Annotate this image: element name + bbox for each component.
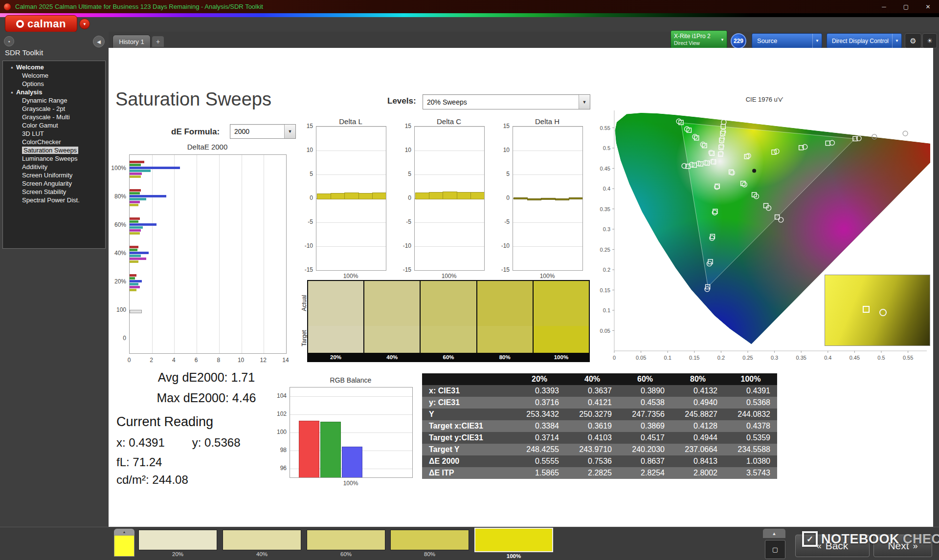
pattern-color-swatch	[114, 535, 134, 557]
delta-h-x-label: 100%	[513, 273, 582, 280]
layout-tree: ▲WelcomeWelcomeOptions▲AnalysisDynamic R…	[2, 61, 106, 249]
table-row: Y253.3432250.3279247.7356245.8827244.083…	[422, 409, 777, 420]
current-x: x: 0.4391	[116, 436, 165, 449]
table-value-cell: 248.4255	[513, 444, 566, 455]
inset-target-marker	[863, 306, 870, 313]
close-button[interactable]: ✕	[917, 0, 939, 13]
pattern-window-light-button[interactable]: ☀	[922, 33, 937, 48]
deltae-bar	[130, 164, 141, 166]
sidebar-item-label: Saturation Sweeps	[22, 147, 78, 154]
back-label: Back	[826, 540, 849, 552]
table-value-cell: 0.3384	[513, 420, 566, 432]
tab-history-1[interactable]: History 1	[112, 35, 151, 48]
deltae-bar	[130, 258, 146, 260]
minimize-button[interactable]: ─	[873, 0, 895, 13]
title-bar: Calman 2025 Calman Ultimate for Business…	[0, 0, 939, 13]
svg-text:0.45: 0.45	[850, 355, 860, 361]
pattern-swatch-color	[307, 530, 385, 550]
sidebar-item-welcome[interactable]: Welcome	[3, 71, 105, 80]
sidebar-item-screen-stability[interactable]: Screen Stability	[3, 188, 105, 196]
sidebar-item-saturation-sweeps[interactable]: Saturation Sweeps	[3, 146, 105, 154]
sidebar-item-color-gamut[interactable]: Color Gamut	[3, 121, 105, 129]
delta-h-chart	[513, 126, 583, 271]
settings-gear-button[interactable]: ⚙	[905, 33, 921, 48]
avg-de2000: Avg dE2000: 1.71	[118, 370, 294, 385]
deltae-chart-title: DeltaE 2000	[129, 143, 286, 151]
display-control-dropdown[interactable]: Direct Display Control ▼	[827, 33, 902, 48]
delta_l-bar	[358, 193, 373, 199]
deltae-bar	[130, 255, 141, 257]
chevron-up-icon: ▲	[114, 529, 134, 535]
source-dropdown[interactable]: Source ▼	[752, 33, 822, 48]
table-value-cell: 0.3716	[513, 397, 566, 409]
meter-count-badge[interactable]: 229	[731, 33, 746, 49]
deltae-bar	[130, 170, 151, 172]
calman-menu-button[interactable]: ▼	[79, 19, 90, 29]
next-button[interactable]: Next »	[873, 535, 932, 557]
sidebar-item-spectral-power-dist[interactable]: Spectral Power Dist.	[3, 196, 105, 204]
sidebar-item-screen-uniformity[interactable]: Screen Uniformity	[3, 171, 105, 179]
sidebar-item-3d-lut[interactable]: 3D LUT	[3, 129, 105, 138]
table-value-cell: 1.0380	[724, 455, 777, 467]
deltae-bar	[130, 280, 142, 282]
add-tab-button[interactable]: +	[152, 36, 164, 47]
svg-text:0.15: 0.15	[689, 355, 699, 361]
calman-logo-button[interactable]: calman	[5, 15, 77, 32]
swatch-level-label: 20%	[308, 353, 363, 361]
rgb-balance-title: RGB Balance	[290, 376, 412, 384]
maximize-button[interactable]: ▢	[895, 0, 917, 13]
table-value-cell: 0.4517	[619, 432, 671, 444]
pattern-color-button[interactable]: ▲	[114, 529, 134, 557]
pattern-level-20[interactable]: 20%	[138, 530, 217, 557]
delta_h-bar	[527, 198, 541, 200]
pattern-level-60[interactable]: 60%	[307, 530, 385, 557]
svg-text:0.45: 0.45	[600, 166, 610, 172]
sidebar-item-analysis[interactable]: ▲Analysis	[3, 88, 105, 96]
table-value-cell: 0.4940	[671, 397, 724, 409]
pattern-level-40[interactable]: 40%	[223, 530, 301, 557]
delta_l-bar	[317, 194, 331, 199]
sidebar-item-grayscale-2pt[interactable]: Grayscale - 2pt	[3, 105, 105, 113]
table-value-cell: 0.8413	[671, 455, 724, 467]
sidebar-item-additivity[interactable]: Additivity	[3, 163, 105, 171]
sidebar-item-welcome[interactable]: ▲Welcome	[3, 63, 105, 71]
deltae-bar	[130, 175, 141, 178]
pattern-swatch-label: 40%	[223, 551, 301, 557]
sidebar-item-dynamic-range[interactable]: Dynamic Range	[3, 96, 105, 105]
back-button[interactable]: « Back	[795, 535, 870, 557]
sidebar-item-screen-angularity[interactable]: Screen Angularity	[3, 179, 105, 188]
measurement-table: 20%40%60%80%100%x: CIE310.33930.36370.38…	[422, 373, 777, 479]
pattern-level-80[interactable]: 80%	[390, 530, 469, 557]
svg-text:0.4: 0.4	[824, 355, 831, 361]
levels-dropdown[interactable]: 20% Sweeps ▼	[423, 94, 590, 109]
pattern-window-toggle-button[interactable]: ▢	[765, 540, 785, 559]
sidebar-item-label: Welcome	[16, 64, 44, 71]
table-row-label: x: CIE31	[422, 385, 513, 397]
sidebar-item-colorchecker[interactable]: ColorChecker	[3, 138, 105, 146]
pattern-level-100[interactable]: 100%	[474, 530, 553, 559]
table-value-cell: 247.7356	[619, 409, 671, 420]
meter-dropdown[interactable]: X-Rite i1Pro 2 Direct View ▼	[671, 30, 727, 49]
sidebar-item-grayscale-multi[interactable]: Grayscale - Multi	[3, 113, 105, 121]
delta_l-bar	[344, 193, 358, 199]
svg-text:0.3: 0.3	[771, 355, 778, 361]
sidebar-collapse-button[interactable]: ◀	[93, 36, 105, 47]
sidebar-item-luminance-sweeps[interactable]: Luminance Sweeps	[3, 154, 105, 163]
deltae-bar	[130, 201, 140, 203]
pattern-panel-up-button[interactable]: ▲	[763, 529, 785, 538]
delta-h-chart-title: Delta H	[513, 117, 582, 126]
deltae-bar	[130, 252, 149, 254]
calman-logo-icon	[16, 20, 24, 28]
delta_h-bar	[514, 197, 528, 199]
table-value-cell: 0.3637	[566, 385, 619, 397]
pattern-swatch-label: 20%	[138, 551, 217, 557]
target-color	[308, 326, 363, 353]
sidebar-item-label: Spectral Power Dist.	[22, 196, 80, 204]
sidebar-item-options[interactable]: Options	[3, 80, 105, 88]
target-color	[477, 326, 533, 353]
deltae-bar	[130, 220, 138, 223]
de-formula-dropdown[interactable]: 2000 ▼	[230, 124, 296, 139]
actual-color	[364, 281, 420, 326]
target-row-label: Target	[301, 323, 308, 353]
sidebar-menu-button[interactable]: ●	[4, 36, 14, 46]
